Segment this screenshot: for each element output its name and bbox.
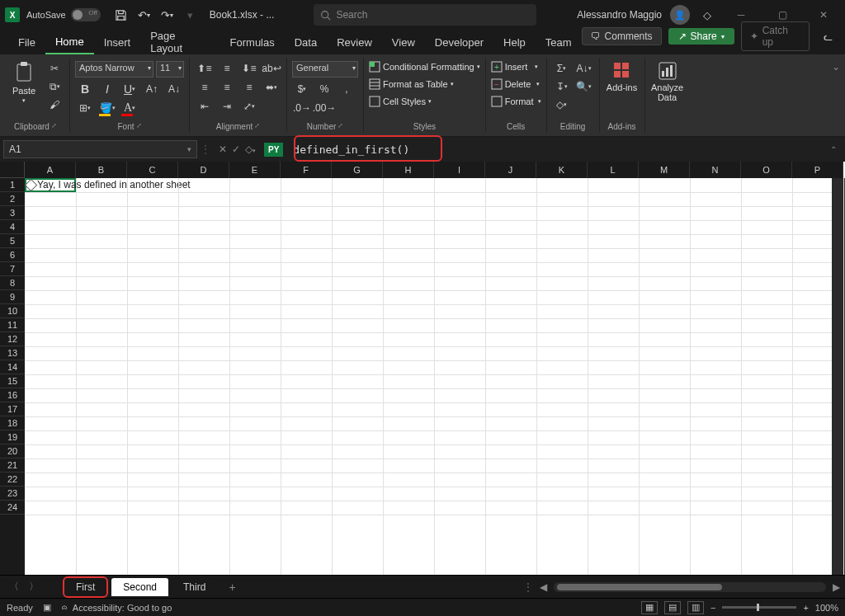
scroll-left-icon[interactable]: ◀: [540, 581, 547, 593]
formula-input[interactable]: defined_in_first(): [286, 143, 409, 156]
conditional-formatting-button[interactable]: Conditional Formatting ▾: [369, 61, 480, 73]
col-header[interactable]: P: [792, 162, 843, 178]
insert-cells-button[interactable]: +Insert ▾: [491, 61, 539, 73]
cut-icon[interactable]: ✂: [45, 61, 64, 76]
row-header[interactable]: 3: [0, 206, 25, 220]
catchup-button[interactable]: ✦ Catch up: [741, 21, 810, 51]
paste-button[interactable]: Paste ▾: [7, 61, 41, 104]
copy-icon[interactable]: ⧉▾: [45, 79, 64, 94]
qat-overflow-icon[interactable]: ▾: [182, 6, 200, 24]
font-size-select[interactable]: 11▾: [156, 61, 184, 78]
col-header[interactable]: F: [281, 162, 332, 178]
row-header[interactable]: 21: [0, 458, 25, 473]
fill-color-icon[interactable]: 🪣▾: [97, 101, 117, 115]
macro-record-icon[interactable]: ▣: [43, 602, 51, 613]
row-header[interactable]: 22: [0, 473, 25, 487]
autosum-icon[interactable]: Σ▾: [552, 61, 572, 76]
cell-styles-button[interactable]: Cell Styles ▾: [369, 96, 432, 107]
tab-file[interactable]: File: [8, 30, 45, 54]
merge-icon[interactable]: ⬌▾: [262, 80, 281, 95]
page-layout-view-icon[interactable]: ▤: [664, 601, 681, 614]
tab-review[interactable]: Review: [327, 30, 382, 54]
row-header[interactable]: 15: [0, 374, 25, 388]
autosave-toggle[interactable]: AutoSave Off: [26, 8, 101, 21]
row-header[interactable]: 20: [0, 444, 25, 458]
dialog-launch-icon[interactable]: ⤢: [136, 122, 142, 131]
collapse-ribbon-icon[interactable]: ⌄: [828, 58, 843, 133]
align-center-icon[interactable]: ≡: [217, 80, 237, 95]
row-header[interactable]: 4: [0, 220, 25, 234]
redo-icon[interactable]: ↷▾: [158, 6, 177, 24]
align-right-icon[interactable]: ≡: [239, 80, 259, 95]
row-header[interactable]: 1: [0, 178, 25, 192]
tab-insert[interactable]: Insert: [94, 30, 141, 54]
zoom-out-icon[interactable]: −: [710, 603, 715, 613]
add-sheet-button[interactable]: +: [220, 581, 243, 594]
tab-page-layout[interactable]: Page Layout: [140, 30, 220, 54]
tab-developer[interactable]: Developer: [425, 30, 493, 54]
share-button[interactable]: ↗ Share ▾: [668, 28, 734, 45]
find-select-icon[interactable]: 🔍▾: [574, 79, 594, 94]
col-header[interactable]: K: [536, 162, 588, 178]
italic-button[interactable]: I: [97, 82, 117, 96]
row-header[interactable]: 17: [0, 402, 25, 416]
decrease-indent-icon[interactable]: ⇤: [195, 99, 215, 114]
col-header[interactable]: C: [127, 162, 178, 178]
select-all-corner[interactable]: [0, 162, 25, 178]
font-name-select[interactable]: Aptos Narrow▾: [75, 61, 153, 78]
col-header[interactable]: N: [690, 162, 741, 178]
delete-cells-button[interactable]: −Delete ▾: [491, 78, 541, 90]
tab-view[interactable]: View: [382, 30, 425, 54]
align-top-icon[interactable]: ⬆≡: [195, 61, 215, 76]
sheet-tab-third[interactable]: Third: [172, 578, 217, 596]
row-header[interactable]: 11: [0, 318, 25, 332]
row-header[interactable]: 18: [0, 416, 25, 430]
zoom-slider[interactable]: [722, 606, 796, 609]
row-header[interactable]: 7: [0, 262, 25, 276]
cells-area[interactable]: Yay, I was defined in another sheet: [25, 178, 832, 575]
decrease-decimal-icon[interactable]: .00→: [314, 101, 334, 115]
align-left-icon[interactable]: ≡: [195, 80, 215, 95]
row-header[interactable]: 13: [0, 346, 25, 360]
format-painter-icon[interactable]: 🖌: [45, 97, 64, 112]
row-header[interactable]: 12: [0, 332, 25, 346]
tab-home[interactable]: Home: [45, 30, 94, 54]
normal-view-icon[interactable]: ▦: [641, 601, 658, 614]
number-format-select[interactable]: General▾: [292, 61, 358, 78]
borders-icon[interactable]: ⊞▾: [75, 101, 95, 115]
save-icon[interactable]: [112, 6, 130, 24]
col-header[interactable]: G: [332, 162, 383, 178]
zoom-in-icon[interactable]: +: [803, 603, 808, 613]
increase-decimal-icon[interactable]: .0→: [292, 101, 312, 115]
format-as-table-button[interactable]: Format as Table ▾: [369, 78, 454, 90]
align-bottom-icon[interactable]: ⬇≡: [239, 61, 259, 76]
analyze-data-button[interactable]: Analyze Data: [650, 61, 685, 102]
col-header[interactable]: M: [639, 162, 690, 178]
increase-indent-icon[interactable]: ⇥: [217, 99, 237, 114]
undo-icon[interactable]: ↶▾: [135, 6, 153, 24]
col-header[interactable]: L: [588, 162, 639, 178]
tab-team[interactable]: Team: [536, 30, 582, 54]
dialog-launch-icon[interactable]: ⤢: [254, 122, 260, 131]
clear-icon[interactable]: ◇▾: [552, 97, 572, 112]
row-header[interactable]: 16: [0, 388, 25, 402]
toggle-icon[interactable]: Off: [71, 8, 101, 21]
insert-function-icon[interactable]: ◇▾: [245, 143, 256, 155]
copilot-icon[interactable]: ᓚ: [819, 27, 837, 45]
bold-button[interactable]: B: [75, 82, 95, 96]
sheet-nav-left-icon[interactable]: 〈: [5, 578, 23, 596]
sheet-nav-right-icon[interactable]: 〉: [25, 578, 43, 596]
row-header[interactable]: 14: [0, 360, 25, 374]
increase-font-icon[interactable]: A↑: [142, 82, 162, 96]
accessibility-status[interactable]: ᯅ Accessibility: Good to go: [61, 603, 172, 613]
tab-data[interactable]: Data: [285, 30, 327, 54]
row-header[interactable]: 9: [0, 290, 25, 304]
accept-formula-icon[interactable]: ✓: [232, 143, 240, 155]
format-cells-button[interactable]: Format ▾: [491, 96, 541, 107]
fill-icon[interactable]: ↧▾: [552, 79, 572, 94]
tab-formulas[interactable]: Formulas: [220, 30, 285, 54]
font-color-icon[interactable]: A▾: [120, 101, 139, 115]
col-header[interactable]: I: [434, 162, 485, 178]
zoom-level[interactable]: 100%: [815, 603, 838, 613]
col-header[interactable]: O: [741, 162, 792, 178]
